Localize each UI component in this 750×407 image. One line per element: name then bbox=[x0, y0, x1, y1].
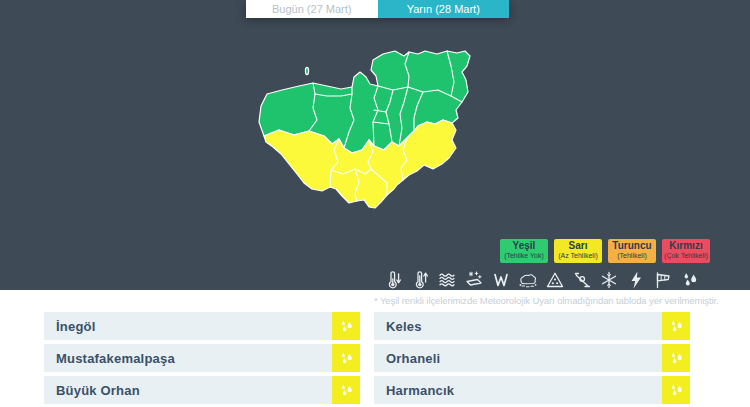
warning-row-mustafakemalpasa[interactable]: Mustafakemalpaşa bbox=[44, 344, 360, 372]
legend-red: Kırmızı (Çok Tehlikeli) bbox=[662, 239, 710, 263]
district-name: Orhaneli bbox=[374, 351, 662, 366]
legend-green-label: Yeşil bbox=[500, 240, 548, 252]
rain-icon bbox=[680, 270, 700, 290]
weather-warning-page: Bugün (27 Mart) Yarın (28 Mart) bbox=[0, 0, 750, 407]
high-temperature-icon bbox=[410, 270, 430, 290]
warning-row-orhaneli[interactable]: Orhaneli bbox=[374, 344, 690, 372]
warning-type-icons bbox=[383, 270, 700, 290]
dust-storm-icon bbox=[518, 270, 538, 290]
rain-warning-badge[interactable] bbox=[332, 376, 360, 404]
agricultural-frost-icon bbox=[491, 270, 511, 290]
map-panel: Bugün (27 Mart) Yarın (28 Mart) bbox=[0, 0, 750, 290]
district-name: Harmancık bbox=[374, 383, 662, 398]
legend-red-label: Kırmızı bbox=[662, 240, 710, 252]
island bbox=[305, 67, 308, 74]
low-temperature-icon bbox=[383, 270, 403, 290]
warning-table-panel: * Yeşil renkli ilçelerimizde Meteoroloji… bbox=[0, 290, 750, 407]
warning-legend: Yeşil (Tehlike Yok) Sarı (Az Tehlikeli) … bbox=[500, 239, 710, 263]
district-name: Mustafakemalpaşa bbox=[44, 351, 332, 366]
avalanche-icon bbox=[545, 270, 565, 290]
legend-yellow-label: Sarı bbox=[554, 240, 602, 252]
wind-icon bbox=[653, 270, 673, 290]
legend-green-sublabel: (Tehlike Yok) bbox=[500, 252, 548, 260]
legend-orange: Turuncu (Tehlikeli) bbox=[608, 239, 656, 263]
legend-yellow: Sarı (Az Tehlikeli) bbox=[554, 239, 602, 263]
snowstorm-icon bbox=[464, 270, 484, 290]
district-name: Büyük Orhan bbox=[44, 383, 332, 398]
province-districts-map[interactable] bbox=[257, 50, 472, 216]
warning-table-right: Keles Orhaneli Harmancık bbox=[374, 312, 690, 407]
footnote: * Yeşil renkli ilçelerimizde Meteoroloji… bbox=[374, 295, 700, 306]
legend-orange-label: Turuncu bbox=[608, 240, 656, 252]
warning-table-left: İnegöl Mustafakemalpaşa Büyük Orhan bbox=[44, 312, 360, 407]
tab-tomorrow[interactable]: Yarın (28 Mart) bbox=[378, 0, 510, 18]
rain-warning-badge[interactable] bbox=[662, 376, 690, 404]
ice-icon bbox=[599, 270, 619, 290]
legend-red-sublabel: (Çok Tehlikeli) bbox=[662, 252, 710, 260]
tab-today[interactable]: Bugün (27 Mart) bbox=[246, 0, 378, 18]
fog-icon bbox=[437, 270, 457, 290]
warning-row-harmancik[interactable]: Harmancık bbox=[374, 376, 690, 404]
legend-green: Yeşil (Tehlike Yok) bbox=[500, 239, 548, 263]
rain-warning-badge[interactable] bbox=[662, 312, 690, 340]
lightning-icon bbox=[626, 270, 646, 290]
warning-row-buyuk-orhan[interactable]: Büyük Orhan bbox=[44, 376, 360, 404]
rain-warning-badge[interactable] bbox=[332, 312, 360, 340]
rockfall-icon bbox=[572, 270, 592, 290]
rain-warning-badge[interactable] bbox=[662, 344, 690, 372]
warning-row-inegol[interactable]: İnegöl bbox=[44, 312, 360, 340]
rain-warning-badge[interactable] bbox=[332, 344, 360, 372]
legend-orange-sublabel: (Tehlikeli) bbox=[608, 252, 656, 260]
legend-yellow-sublabel: (Az Tehlikeli) bbox=[554, 252, 602, 260]
district-name: Keles bbox=[374, 319, 662, 334]
date-tabs: Bugün (27 Mart) Yarın (28 Mart) bbox=[246, 0, 509, 18]
warning-row-keles[interactable]: Keles bbox=[374, 312, 690, 340]
district-name: İnegöl bbox=[44, 319, 332, 334]
